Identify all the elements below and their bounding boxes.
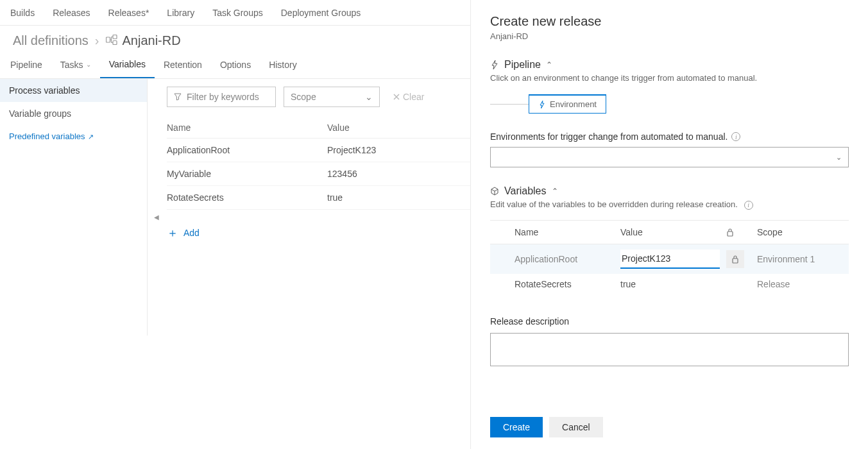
var-name: RotateSecrets <box>167 192 327 203</box>
var-name: ApplicationRoot <box>167 145 327 155</box>
sidebar-process-variables[interactable]: Process variables <box>0 79 147 102</box>
header-name: Name <box>515 227 620 237</box>
nav-releases-star[interactable]: Releases* <box>99 0 158 25</box>
var-name: MyVariable <box>167 169 327 179</box>
external-link-icon: ↗ <box>88 133 94 140</box>
nav-library[interactable]: Library <box>158 0 203 25</box>
variables-desc: Edit value of the variables to be overri… <box>490 199 849 210</box>
plus-icon: ＋ <box>167 225 178 241</box>
chevron-down-icon: ⌄ <box>86 61 91 68</box>
chevron-down-icon: ⌄ <box>836 153 842 162</box>
breadcrumb-root[interactable]: All definitions <box>13 33 89 48</box>
lock-toggle[interactable] <box>726 250 744 268</box>
breadcrumb-separator: › <box>95 33 99 48</box>
lock-icon <box>731 255 739 264</box>
scope-dropdown[interactable]: Scope ⌄ <box>284 87 380 107</box>
pipeline-heading[interactable]: Pipeline ⌃ <box>490 59 849 71</box>
nav-builds[interactable]: Builds <box>10 0 44 25</box>
tab-options[interactable]: Options <box>211 51 260 78</box>
sidebar-variable-groups[interactable]: Variable groups <box>0 102 147 125</box>
close-icon <box>393 93 400 101</box>
variables-heading[interactable]: Variables ⌃ <box>490 185 849 197</box>
bolt-icon <box>538 101 546 108</box>
var-name: RotateSecrets <box>515 279 620 289</box>
nav-releases[interactable]: Releases <box>44 0 99 25</box>
override-variables-table: Name Value Scope ApplicationRoot Environ… <box>490 220 849 294</box>
nav-task-groups[interactable]: Task Groups <box>203 0 272 25</box>
tab-pipeline[interactable]: Pipeline <box>10 51 51 78</box>
description-label: Release description <box>490 316 849 326</box>
bolt-icon <box>490 60 499 69</box>
var-value: true <box>620 279 726 289</box>
var-value-input[interactable] <box>620 250 720 269</box>
header-name[interactable]: Name <box>167 123 327 133</box>
header-value: Value <box>620 227 726 237</box>
header-lock <box>726 227 757 237</box>
info-icon[interactable]: i <box>744 201 753 210</box>
var-name: ApplicationRoot <box>515 254 620 264</box>
header-scope: Scope <box>757 227 849 237</box>
svg-rect-4 <box>733 258 738 263</box>
table-row[interactable]: ApplicationRoot Environment 1 <box>490 244 849 274</box>
tab-retention[interactable]: Retention <box>155 51 211 78</box>
environment-box[interactable]: Environment <box>529 94 606 114</box>
env-diagram: Environment <box>490 94 849 114</box>
svg-rect-1 <box>113 35 117 38</box>
description-textarea[interactable] <box>490 333 849 336</box>
pipeline-section: Pipeline ⌃ Click on an environment to ch… <box>490 59 849 167</box>
info-icon[interactable]: i <box>731 132 740 141</box>
connector-line <box>490 104 529 105</box>
var-scope: Release <box>757 279 849 289</box>
panel-title: Create new release <box>490 14 849 29</box>
env-change-label: Environments for trigger change from aut… <box>490 131 849 142</box>
tab-tasks[interactable]: Tasks⌄ <box>51 51 100 78</box>
pipeline-desc: Click on an environment to change its tr… <box>490 73 849 83</box>
sidebar-predefined-link[interactable]: Predefined variables↗ <box>0 125 147 148</box>
breadcrumb-title: Anjani-RD <box>123 33 181 48</box>
env-change-select[interactable]: ⌄ <box>490 147 849 167</box>
svg-rect-2 <box>113 40 117 44</box>
chevron-up-icon: ⌃ <box>546 60 552 69</box>
collapse-handle[interactable]: ◀ <box>154 214 159 221</box>
chevron-down-icon: ⌄ <box>365 92 373 102</box>
panel-subtitle: Anjani-RD <box>490 31 849 41</box>
filter-input[interactable]: Filter by keywords <box>167 87 276 107</box>
lock-icon <box>726 228 734 237</box>
left-panel: Process variables Variable groups Predef… <box>0 79 148 335</box>
filter-icon <box>174 93 182 101</box>
table-row[interactable]: RotateSecrets true Release <box>490 274 849 294</box>
clear-button[interactable]: Clear <box>393 92 424 102</box>
definition-icon <box>106 35 117 47</box>
var-scope: Environment 1 <box>757 254 849 264</box>
tab-history[interactable]: History <box>260 51 306 78</box>
nav-deployment-groups[interactable]: Deployment Groups <box>272 0 370 25</box>
variables-section: Variables ⌃ Edit value of the variables … <box>490 185 849 294</box>
table-header: Name Value Scope <box>490 221 849 244</box>
chevron-up-icon: ⌃ <box>552 187 558 196</box>
create-release-panel: Create new release Anjani-RD Pipeline ⌃ … <box>470 0 868 335</box>
svg-rect-3 <box>728 232 733 236</box>
svg-rect-0 <box>106 37 110 42</box>
package-icon <box>490 187 499 196</box>
tab-variables[interactable]: Variables <box>100 51 155 78</box>
